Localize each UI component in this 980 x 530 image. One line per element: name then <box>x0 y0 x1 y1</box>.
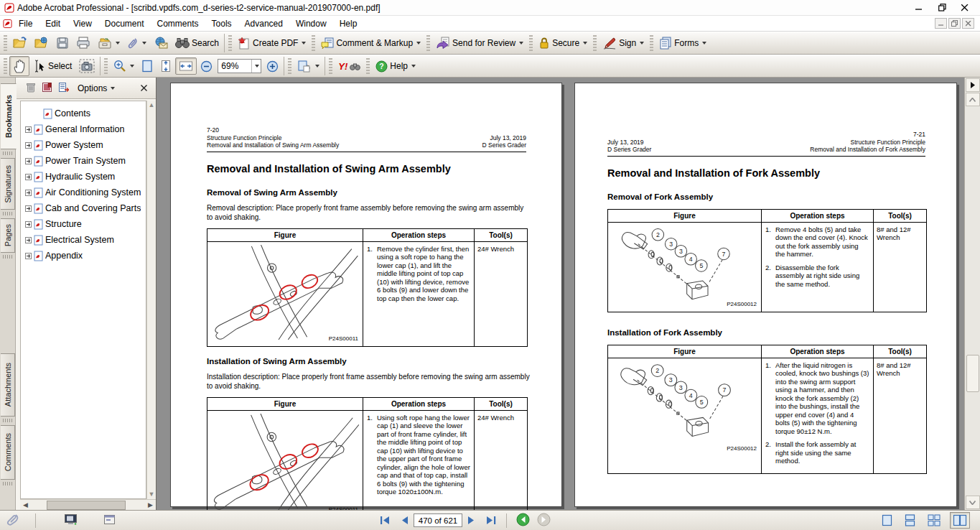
previous-view-button[interactable] <box>516 513 530 529</box>
email-button[interactable] <box>150 34 172 52</box>
first-page-button[interactable] <box>379 516 391 525</box>
comment-markup-button[interactable]: Comment & Markup <box>317 34 424 52</box>
create-pdf-button[interactable]: Create PDF <box>234 34 309 52</box>
close-button[interactable] <box>960 4 970 12</box>
tab-pages[interactable]: Pages <box>1 218 15 253</box>
screen-mode-button[interactable] <box>64 513 78 528</box>
scroll-right-icon[interactable]: ▶ <box>145 501 156 508</box>
search-button[interactable]: Search <box>172 34 223 52</box>
menu-advanced[interactable]: Advanced <box>238 17 289 30</box>
yahoo-search-button[interactable]: Y! <box>335 58 364 75</box>
bookmark-item-contents[interactable]: Contents <box>24 106 146 121</box>
restore-button[interactable] <box>937 4 947 12</box>
bookmark-item-structure[interactable]: Structure <box>24 216 146 232</box>
panel-close-button[interactable] <box>138 83 150 93</box>
send-for-review-button[interactable]: Send for Review <box>432 34 527 52</box>
tab-bookmarks[interactable]: Bookmarks <box>1 83 17 149</box>
expander-plus-icon[interactable] <box>25 142 32 149</box>
fit-height-button[interactable] <box>157 57 175 75</box>
snapshot-button[interactable] <box>75 56 98 76</box>
organizer-button[interactable] <box>94 34 123 52</box>
zoom-in-button[interactable] <box>263 57 282 75</box>
collapse-pane-button[interactable] <box>966 78 980 92</box>
bookmark-item-appendix[interactable]: Appendix <box>24 248 146 264</box>
menu-help[interactable]: Help <box>333 17 364 30</box>
page-display-button[interactable] <box>294 57 323 75</box>
select-tool-button[interactable]: Select <box>29 57 75 75</box>
zoom-out-button[interactable] <box>197 57 216 75</box>
scroll-down-button[interactable] <box>966 496 980 509</box>
bookmark-item-hydraulic-system[interactable]: Hydraulic System <box>24 169 146 185</box>
menu-file[interactable]: File <box>12 17 39 30</box>
tab-signatures[interactable]: Signatures <box>1 158 15 210</box>
scroll-left-icon[interactable]: ◀ <box>20 501 31 508</box>
zoom-level-input[interactable] <box>218 60 251 73</box>
document-vertical-scrollbar[interactable] <box>964 78 980 510</box>
doc-close-button[interactable] <box>962 18 974 29</box>
open-web-button[interactable] <box>31 34 52 52</box>
zoom-tool-button[interactable] <box>110 57 138 75</box>
bookmarks-vertical-scrollbar[interactable]: ▲ ▼ <box>146 101 156 499</box>
bookmark-item-power-system[interactable]: Power System <box>24 137 146 153</box>
save-button[interactable] <box>52 34 73 52</box>
tab-comments[interactable]: Comments <box>1 425 15 480</box>
zoom-combo-arrow[interactable] <box>251 60 261 73</box>
expander-plus-icon[interactable] <box>25 190 32 196</box>
bookmark-item-power-train-system[interactable]: Power Train System <box>24 153 146 169</box>
page-number-field[interactable] <box>414 513 462 527</box>
bookmark-item-general-information[interactable]: General Information <box>24 121 146 137</box>
continuous-view-button[interactable] <box>902 512 918 529</box>
attachments-status-button[interactable] <box>6 513 20 528</box>
minimize-button[interactable] <box>914 4 924 12</box>
menu-comments[interactable]: Comments <box>151 17 205 30</box>
vscroll-thumb[interactable] <box>966 355 979 392</box>
sign-button[interactable]: Sign <box>599 34 648 52</box>
forms-button[interactable]: Forms <box>655 34 710 52</box>
bookmark-item-cab-and-covering-parts[interactable]: Cab and Covering Parts <box>24 200 146 216</box>
previous-page-button[interactable] <box>401 516 409 525</box>
delete-bookmark-button[interactable] <box>26 82 36 95</box>
menu-window[interactable]: Window <box>289 17 333 30</box>
bookmarks-options-button[interactable]: Options <box>75 82 118 95</box>
expander-plus-icon[interactable] <box>25 126 32 133</box>
secure-button[interactable]: Secure <box>535 34 591 52</box>
continuous-facing-view-button[interactable] <box>925 512 943 529</box>
help-button[interactable]: ? Help <box>372 57 419 75</box>
fit-width-button[interactable] <box>175 57 197 75</box>
doc-minimize-button[interactable] <box>935 18 947 29</box>
single-page-view-button[interactable] <box>879 512 895 529</box>
expander-plus-icon[interactable] <box>25 221 32 228</box>
expander-plus-icon[interactable] <box>25 174 32 180</box>
hand-tool-button[interactable] <box>9 56 29 76</box>
zoom-level-combo[interactable] <box>218 59 261 73</box>
menu-edit[interactable]: Edit <box>39 17 67 30</box>
menu-document[interactable]: Document <box>98 17 151 30</box>
open-button[interactable] <box>9 34 31 52</box>
scroll-up-icon[interactable]: ▲ <box>149 102 155 108</box>
bookmark-item-electrical-system[interactable]: Electrical System <box>24 232 146 248</box>
doc-restore-button[interactable] <box>948 18 961 29</box>
expander-plus-icon[interactable] <box>25 237 32 243</box>
menu-tools[interactable]: Tools <box>205 17 238 30</box>
print-button[interactable] <box>73 34 94 52</box>
expand-bookmark-button[interactable] <box>42 82 52 95</box>
scroll-down-icon[interactable]: ▼ <box>149 491 155 498</box>
expander-plus-icon[interactable] <box>25 253 32 259</box>
tab-attachments[interactable]: Attachments <box>1 353 15 417</box>
attach-button[interactable] <box>123 34 150 52</box>
fit-page-button[interactable] <box>138 57 157 75</box>
new-bookmark-button[interactable] <box>58 82 69 95</box>
next-view-button[interactable] <box>537 513 551 529</box>
window-layout-button[interactable] <box>103 514 116 527</box>
bookmark-item-air-conditioning-system[interactable]: Air Conditioning System <box>24 185 146 200</box>
next-page-button[interactable] <box>467 516 475 525</box>
expander-plus-icon[interactable] <box>25 205 32 212</box>
scroll-up-button[interactable] <box>966 93 980 106</box>
menu-view[interactable]: View <box>67 17 98 30</box>
expander-plus-icon[interactable] <box>25 158 32 164</box>
svg-text:3: 3 <box>669 240 673 247</box>
hscroll-thumb[interactable] <box>47 501 126 510</box>
bookmarks-horizontal-scrollbar[interactable]: ◀ ▶ <box>20 499 156 510</box>
last-page-button[interactable] <box>485 516 497 525</box>
facing-view-button[interactable] <box>950 512 970 529</box>
